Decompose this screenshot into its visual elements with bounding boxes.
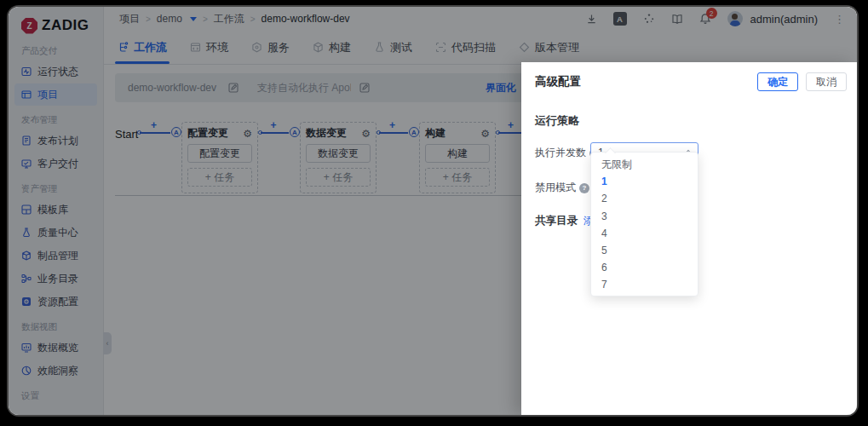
concurrency-label: 执行并发数 (535, 146, 586, 160)
drawer-title: 高级配置 (535, 74, 581, 89)
dropdown-option[interactable]: 3 (591, 208, 698, 225)
app-window: Z ZADIG 产品交付 运行状态 项目 发布管理 发布计划 客户交付 资产管理… (9, 7, 857, 415)
dropdown-option-selected[interactable]: 1 (591, 173, 698, 190)
shared-directory-label: 共享目录 (535, 214, 578, 228)
dropdown-option[interactable]: 无限制 (591, 156, 698, 173)
confirm-button[interactable]: 确定 (757, 72, 798, 91)
dropdown-option[interactable]: 5 (591, 242, 698, 259)
dropdown-option[interactable]: 2 (591, 190, 698, 207)
cancel-button[interactable]: 取消 (806, 72, 847, 91)
advanced-config-drawer: 高级配置 确定 取消 运行策略 执行并发数 ? 1 禁用模式 ? 共享目录 添加 (521, 62, 857, 415)
disable-mode-label: 禁用模式 (535, 181, 576, 195)
dropdown-option[interactable]: 7 (591, 276, 698, 293)
concurrency-dropdown: 无限制 1 2 3 4 5 6 7 (590, 152, 698, 296)
help-icon[interactable]: ? (579, 183, 589, 193)
dropdown-option[interactable]: 6 (591, 259, 698, 276)
dropdown-option[interactable]: 4 (591, 225, 698, 242)
run-policy-section-title: 运行策略 (521, 91, 857, 129)
